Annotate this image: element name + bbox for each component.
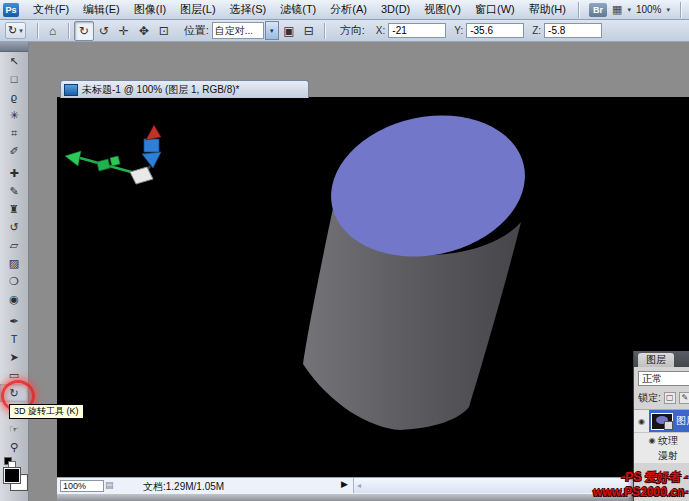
textures-row[interactable]: ◉ 纹理: [634, 433, 689, 448]
menu-help[interactable]: 帮助(H): [522, 0, 573, 19]
save-view-button[interactable]: ▣: [279, 21, 299, 41]
tool-history-brush[interactable]: ↺: [0, 218, 28, 236]
lock-pixels-icon[interactable]: ✎: [679, 392, 689, 404]
menu-view[interactable]: 视图(V): [417, 0, 468, 19]
3d-scene: [57, 97, 689, 477]
status-menu-arrow-icon[interactable]: ▶: [341, 479, 348, 489]
delete-view-button[interactable]: ⊟: [299, 21, 319, 41]
cylinder-3d-object: [303, 98, 538, 430]
bridge-button[interactable]: Br: [589, 3, 607, 17]
menu-select[interactable]: 选择(S): [223, 0, 274, 19]
foreground-color-swatch[interactable]: [4, 468, 20, 483]
tool-type[interactable]: T: [0, 330, 28, 348]
eyedropper-tool-icon: ✐: [9, 145, 18, 158]
tool-lasso[interactable]: ϱ: [0, 88, 28, 106]
marquee-tool-icon: □: [11, 73, 18, 85]
chevron-down-icon[interactable]: ▾: [265, 21, 279, 40]
tool-eyedropper[interactable]: ✐: [0, 142, 28, 160]
visibility-eye-icon[interactable]: ◉: [634, 417, 649, 426]
divider: [324, 23, 325, 39]
application-bar: Br ▦ ▾ 100% ▾ ☞: [573, 2, 689, 18]
tool-path-selection[interactable]: ➤: [0, 348, 28, 366]
tool-dodge[interactable]: ◉: [0, 290, 28, 308]
orientation-z-input[interactable]: [544, 23, 602, 38]
history-brush-tool-icon: ↺: [9, 221, 18, 234]
tool-preset-picker[interactable]: ↻ ▾: [5, 22, 26, 39]
divider: [680, 2, 681, 18]
position-dropdown[interactable]: 自定对...: [212, 22, 264, 39]
lock-transparency-icon[interactable]: ▢: [664, 392, 676, 404]
healing-brush-tool-icon: ✚: [9, 167, 18, 180]
layer-name[interactable]: 图层 1: [676, 414, 689, 428]
y-axis-cone: [146, 125, 161, 140]
x-axis-arrow: [65, 151, 81, 166]
menu-file[interactable]: 文件(F): [26, 0, 76, 19]
tool-crop[interactable]: ⌗: [0, 124, 28, 142]
brush-tool-icon: ✎: [9, 185, 18, 198]
tool-eraser[interactable]: ▱: [0, 236, 28, 254]
chevron-down-icon[interactable]: ▾: [627, 6, 631, 14]
crop-tool-icon: ⌗: [11, 127, 17, 140]
blend-mode-dropdown[interactable]: 正常: [638, 371, 689, 386]
return-home-button[interactable]: ⌂: [43, 21, 63, 41]
chevron-down-icon[interactable]: ▾: [666, 6, 670, 14]
orientation-x-input[interactable]: [388, 23, 446, 38]
menu-filter[interactable]: 滤镜(T): [273, 0, 323, 19]
menu-edit[interactable]: 编辑(E): [76, 0, 127, 19]
scroll-left-icon[interactable]: ◂: [357, 481, 361, 490]
tool-brush[interactable]: ✎: [0, 182, 28, 200]
tool-zoom[interactable]: ⚲: [0, 438, 28, 456]
3d-axis-widget: [65, 125, 161, 184]
menu-analysis[interactable]: 分析(A): [323, 0, 374, 19]
tool-healing-brush[interactable]: ✚: [0, 164, 28, 182]
widget-center-cube: [130, 167, 153, 184]
document-canvas[interactable]: [57, 97, 689, 477]
position-label: 位置:: [184, 23, 209, 38]
status-options-icon[interactable]: ▤: [105, 480, 114, 490]
3d-pan-mode-button[interactable]: ✛: [114, 21, 134, 41]
document-tab[interactable]: 未标题-1 @ 100% (图层 1, RGB/8)*: [60, 80, 309, 98]
tool-clone-stamp[interactable]: ♜: [0, 200, 28, 218]
x-axis-box2: [110, 156, 120, 166]
orientation-label: 方向:: [340, 23, 365, 38]
palette-grip[interactable]: [0, 42, 28, 52]
layer-row-selected[interactable]: ◉ 图层 1: [634, 410, 689, 433]
layer-thumbnail[interactable]: [651, 413, 673, 430]
tab-layers[interactable]: 图层: [638, 353, 674, 367]
tool-gradient[interactable]: ▨: [0, 254, 28, 272]
3d-roll-mode-button[interactable]: ↺: [94, 21, 114, 41]
lock-controls: 锁定: ▢ ✎ ✛: [638, 391, 689, 405]
menu-3d[interactable]: 3D(D): [374, 0, 417, 19]
hand-tool-icon: ☞: [9, 423, 19, 436]
photoshop-logo-icon[interactable]: Ps: [3, 3, 19, 17]
tool-marquee[interactable]: □: [0, 70, 28, 88]
tool-hand[interactable]: ☞: [0, 420, 28, 438]
photoshop-window: Ps 文件(F) 编辑(E) 图像(I) 图层(L) 选择(S) 滤镜(T) 分…: [0, 0, 689, 501]
3d-scale-mode-button[interactable]: ⊡: [154, 21, 174, 41]
diffuse-label: 漫射: [658, 449, 678, 463]
view-extras-icon[interactable]: ▦: [612, 3, 622, 16]
menu-image[interactable]: 图像(I): [127, 0, 173, 19]
3d-rotate-mode-button[interactable]: ↻: [74, 21, 94, 41]
zoom-level-dropdown[interactable]: 100%: [636, 4, 662, 15]
menu-window[interactable]: 窗口(W): [468, 0, 522, 19]
document-size-readout: 文档:1.29M/1.05M: [143, 480, 224, 494]
menu-layer[interactable]: 图层(L): [173, 0, 222, 19]
document-title: 未标题-1 @ 100% (图层 1, RGB/8)*: [82, 83, 239, 97]
orientation-y-input[interactable]: [466, 23, 524, 38]
tool-move[interactable]: ↖: [0, 52, 28, 70]
x-label: X:: [376, 25, 385, 36]
3d-slide-mode-button[interactable]: ✥: [134, 21, 154, 41]
3d-rotate-icon: ↻: [8, 24, 17, 37]
watermark-line2: www.PS2000.cn-: [593, 485, 688, 500]
visibility-eye-icon[interactable]: ◉: [646, 436, 658, 445]
options-bar: ↻ ▾ ⌂ ↻ ↺ ✛ ✥ ⊡ 位置: 自定对... ▾ ▣ ⊟ 方向: X: …: [0, 20, 689, 42]
diffuse-row[interactable]: 漫射: [634, 448, 689, 463]
status-zoom-input[interactable]: 100%: [60, 480, 104, 492]
divider: [68, 23, 69, 39]
z-label: Z:: [532, 25, 541, 36]
tool-quick-selection[interactable]: ✳: [0, 106, 28, 124]
tool-pen[interactable]: ✒: [0, 312, 28, 330]
tool-blur[interactable]: ❍: [0, 272, 28, 290]
tool-tooltip: 3D 旋转工具 (K): [9, 404, 84, 419]
